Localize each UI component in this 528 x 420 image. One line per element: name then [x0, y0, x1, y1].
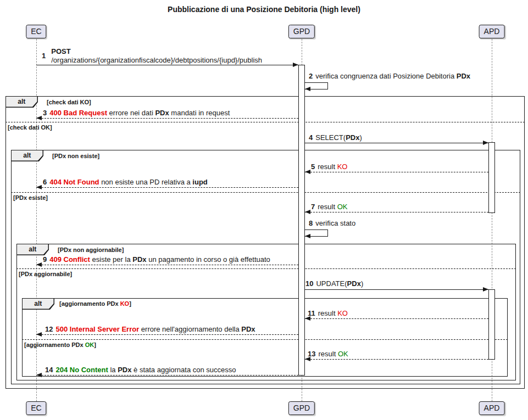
diagram-title: Pubblicazione di una Posizione Debitoria… — [0, 5, 528, 14]
text-segment: [aggiornamento PDx — [59, 300, 120, 307]
text-segment: 400 Bad Request — [49, 109, 107, 117]
arrowhead-icon — [36, 373, 42, 377]
alt-else-divider — [16, 268, 516, 269]
alt-operator-label: alt — [12, 150, 43, 161]
message-label: 13result OK — [308, 350, 348, 359]
message-text: POST/organizations/{organizationfiscalco… — [51, 47, 262, 65]
guard-label: [PDx non esiste] — [52, 152, 99, 160]
message-text: verifica stato — [315, 219, 355, 227]
text-segment: PDx — [346, 133, 359, 142]
text-segment: un pagamento in corso o già effettuato — [147, 255, 270, 264]
participant-apd-bottom: APD — [479, 401, 505, 415]
arrowhead-icon — [483, 287, 488, 292]
arrowhead-icon — [36, 262, 42, 267]
text-segment: ] — [129, 300, 131, 307]
text-segment: iupd — [192, 178, 207, 186]
text-segment: PDx — [155, 109, 169, 117]
message-label: 8verifica stato — [309, 219, 355, 228]
alt-operator-label: alt — [17, 244, 48, 255]
text-segment: 204 No Content — [55, 366, 108, 374]
message-label: 10UPDATE(PDx) — [305, 279, 363, 288]
message-arrow — [305, 143, 488, 143]
text-segment: [PDx esiste] — [13, 194, 48, 201]
text-segment: [PDx aggiornabile] — [19, 271, 72, 277]
alt-operator-label: alt — [6, 97, 37, 107]
text-segment: esiste per la — [90, 255, 132, 264]
message-number: 7 — [311, 203, 315, 211]
message-label: 6404 Not Found non esiste una PD relativ… — [43, 178, 208, 187]
alt-else-divider — [5, 122, 525, 122]
text-segment: UPDATE( — [316, 279, 347, 288]
alt-else-divider — [22, 339, 508, 340]
message-text: 404 Not Found non esiste una PD relativa… — [49, 178, 208, 186]
text-segment: non esiste una PD relativa a — [99, 178, 193, 186]
text-segment: errore nei dati — [107, 109, 155, 117]
message-number: 12 — [45, 325, 53, 333]
message-arrow — [305, 359, 488, 360]
text-segment: ] — [94, 341, 96, 348]
text-segment: result — [318, 203, 337, 211]
message-label: 1 POST/organizations/{organizationfiscal… — [42, 47, 262, 65]
text-line: POST — [51, 47, 262, 56]
text-segment: result — [318, 309, 337, 317]
participant-ec-top: EC — [26, 25, 46, 38]
message-label: 7result OK — [311, 203, 347, 211]
arrowhead-icon — [483, 141, 488, 145]
guard-label: [check dati KO] — [47, 98, 91, 106]
text-segment: OK — [337, 203, 348, 211]
text-segment: PDx — [457, 72, 470, 80]
arrowhead-icon — [305, 316, 310, 321]
message-number: 1 — [42, 52, 46, 60]
message-number: 2 — [309, 72, 313, 80]
message-number: 4 — [309, 133, 313, 142]
message-arrow — [305, 318, 488, 319]
participant-gpd-top: GPD — [288, 25, 315, 38]
text-segment: la — [108, 366, 118, 374]
participant-apd-top: APD — [479, 25, 505, 38]
text-segment: [check dati OK] — [8, 124, 52, 131]
activation-bar-apd-update — [488, 289, 495, 360]
message-number: 6 — [43, 178, 47, 186]
message-label: 12500 Internal Server Error errore nell'… — [45, 325, 255, 334]
text-segment: [check dati KO] — [47, 99, 91, 105]
message-label: 2verifica congruenza dati Posizione Debi… — [309, 72, 470, 81]
text-segment: 500 Internal Server Error — [55, 325, 139, 333]
message-text: result KO — [318, 163, 347, 171]
message-arrow — [36, 187, 298, 188]
message-text: result OK — [318, 350, 348, 358]
text-segment: errore nell'aggiornamento della — [139, 325, 241, 333]
text-line: /organizations/{organizationfiscalcode}/… — [51, 56, 262, 65]
guard-label: [check dati OK] — [8, 124, 52, 131]
text-segment: [aggiornamento PDx — [24, 341, 85, 348]
arrowhead-icon — [305, 357, 310, 361]
message-label: 9409 Conflict esiste per la PDx un pagam… — [43, 255, 270, 264]
text-segment: OK — [338, 350, 348, 358]
text-segment: KO — [120, 300, 130, 307]
message-label: 5result KO — [311, 163, 347, 171]
message-label: 11result KO — [308, 309, 348, 318]
message-arrow — [305, 289, 488, 290]
text-segment: PDx — [132, 255, 146, 264]
text-segment: ) — [361, 279, 363, 288]
message-number: 5 — [311, 163, 315, 171]
message-text: SELECT(PDx) — [315, 133, 362, 142]
message-arrow — [36, 375, 298, 376]
text-segment: SELECT( — [315, 133, 346, 142]
guard-label: [PDx esiste] — [13, 194, 48, 201]
message-number: 8 — [309, 219, 313, 227]
guard-label: [PDx non aggiornabile] — [58, 246, 124, 254]
text-segment: mandati in request — [169, 109, 230, 117]
alt-operator-tab: alt — [17, 244, 49, 255]
activation-bar-gpd — [298, 65, 305, 376]
message-text: UPDATE(PDx) — [316, 279, 363, 288]
message-text: 204 No Content la PDx è stata aggiornata… — [55, 366, 236, 374]
message-arrow — [36, 118, 298, 119]
message-text: 409 Conflict esiste per la PDx un pagame… — [49, 255, 270, 264]
arrowhead-icon — [305, 170, 310, 174]
alt-operator-tab: alt — [6, 97, 38, 108]
text-segment: ) — [359, 133, 362, 142]
text-segment: KO — [337, 309, 348, 317]
guard-label: [aggiornamento PDx OK] — [24, 341, 96, 349]
participant-gpd-bottom: GPD — [288, 401, 315, 415]
message-arrow — [36, 265, 298, 265]
